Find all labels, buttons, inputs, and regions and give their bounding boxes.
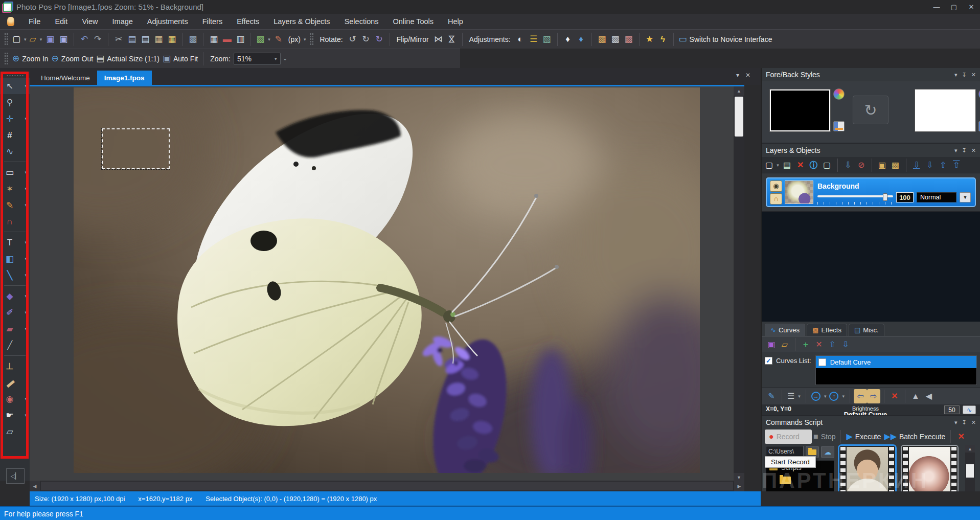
- magnet-select-tool[interactable]: ∩: [0, 213, 30, 230]
- smudge-tool[interactable]: ☛▾: [0, 407, 30, 423]
- blend-mode-select[interactable]: Normal: [917, 192, 956, 202]
- curves-list-checkbox[interactable]: ✓: [765, 357, 772, 365]
- close-button[interactable]: ✕: [963, 0, 980, 14]
- levels-icon[interactable]: ☰: [527, 32, 540, 47]
- select-tool[interactable]: ↖▾: [0, 78, 30, 94]
- switch-novice-button[interactable]: ▭Switch to Novice Interface: [677, 32, 774, 47]
- zoom-tool[interactable]: ⚲: [0, 94, 30, 110]
- opacity-value[interactable]: 100: [896, 192, 914, 202]
- layout-icon[interactable]: ▥: [234, 32, 247, 47]
- insert-image-icon-dropdown-icon[interactable]: ▾: [268, 37, 270, 42]
- actual-size-button[interactable]: ▤Actual Size (1:1): [95, 52, 161, 66]
- ruler-icon[interactable]: ▬: [220, 32, 234, 47]
- scroll-up-icon[interactable]: ▲: [965, 445, 975, 453]
- eraser-tool[interactable]: ▰▾: [0, 321, 30, 337]
- script-thumbnail-orb[interactable]: [901, 445, 959, 491]
- record-button[interactable]: ●Record: [765, 429, 812, 444]
- ungroup-layers-icon[interactable]: ▩: [889, 158, 902, 172]
- swap-colors-button[interactable]: ↻: [853, 96, 888, 124]
- panel-menu-icon[interactable]: ▾: [954, 147, 958, 154]
- measure-icon[interactable]: ✎: [272, 32, 285, 47]
- new-layer-icon-dropdown-icon[interactable]: ▾: [777, 163, 779, 168]
- text-tool-dropdown-icon[interactable]: ▾: [25, 240, 27, 245]
- horizontal-scroll-thumb[interactable]: [41, 482, 733, 490]
- add-curve-icon[interactable]: ＋: [799, 337, 812, 352]
- zoom-out-button[interactable]: ⊖Zoom Out: [50, 52, 95, 66]
- layers-list-empty-area[interactable]: [762, 211, 980, 322]
- tab-close-icon[interactable]: ✕: [745, 72, 750, 79]
- fore-gradient-icon[interactable]: [833, 121, 845, 131]
- paste-as-layer-icon[interactable]: ▢: [821, 158, 834, 172]
- move-tool[interactable]: ✛▾: [0, 110, 30, 127]
- red-eye-tool-dropdown-icon[interactable]: ▾: [25, 396, 27, 401]
- apply-forward-icon[interactable]: →▾: [810, 389, 828, 403]
- stop-button[interactable]: ■Stop: [812, 429, 837, 444]
- paste-special-icon[interactable]: ▦: [165, 32, 178, 47]
- apply-forward-icon-dropdown-icon[interactable]: ▾: [824, 394, 827, 399]
- curve-amount-value[interactable]: 50: [944, 405, 960, 414]
- delete-layer-icon[interactable]: ✕: [794, 158, 807, 172]
- node-edit-tool[interactable]: ∿: [0, 143, 30, 160]
- menu-view[interactable]: View: [75, 14, 105, 29]
- shapes-tool-dropdown-icon[interactable]: ▾: [25, 256, 27, 261]
- rotate-right-icon[interactable]: ↻: [359, 32, 373, 47]
- tab-effects[interactable]: ▩Effects: [807, 324, 847, 336]
- menu-help[interactable]: Help: [441, 14, 470, 29]
- menu-image[interactable]: Image: [105, 14, 140, 29]
- group-layers-icon[interactable]: ▣: [876, 158, 889, 172]
- new-layer-icon[interactable]: ▢▾: [764, 158, 781, 172]
- vertical-scrollbar[interactable]: ▲ ▼: [734, 86, 744, 481]
- sponge-tool[interactable]: ▱: [0, 423, 30, 440]
- move-down-icon[interactable]: ⇩: [923, 158, 937, 172]
- open-file-icon[interactable]: ▱▾: [28, 32, 44, 47]
- curve-presets-icon-dropdown-icon[interactable]: ▾: [798, 394, 801, 399]
- foreground-color-swatch[interactable]: [770, 89, 830, 131]
- duplicate-layer-icon[interactable]: ▤: [781, 158, 794, 172]
- photo-frame-icon[interactable]: ▩: [609, 32, 622, 47]
- line-tool-dropdown-icon[interactable]: ▾: [25, 273, 27, 278]
- panel-pin-icon[interactable]: ↧: [962, 147, 967, 154]
- zoom-select-dropdown-icon[interactable]: ▾: [275, 56, 277, 61]
- execute-button[interactable]: ▶Execute: [845, 429, 882, 444]
- palette-grip[interactable]: [6, 73, 24, 77]
- save-curve-icon[interactable]: ▣: [765, 337, 778, 352]
- flip-horizontal-icon[interactable]: ⋈: [432, 32, 445, 47]
- fill-tool[interactable]: ◆▾: [0, 288, 30, 304]
- rect-select-tool-dropdown-icon[interactable]: ▾: [25, 170, 27, 175]
- delete-curve-icon[interactable]: ✕: [812, 337, 826, 352]
- menu-selections[interactable]: Selections: [337, 14, 386, 29]
- unit-select[interactable]: (px)▾: [288, 35, 306, 43]
- panel-menu-icon[interactable]: ▾: [954, 72, 958, 78]
- move-top-icon[interactable]: ⇧: [950, 158, 963, 172]
- merge-layer-icon[interactable]: ⇩: [841, 158, 855, 172]
- magic-wand-tool-dropdown-icon[interactable]: ▾: [25, 186, 27, 191]
- layer-thumbnail[interactable]: [785, 180, 813, 204]
- tab-curves[interactable]: ∿Curves: [765, 324, 805, 336]
- new-file-icon[interactable]: ▢▾: [11, 32, 28, 47]
- heal-tool[interactable]: ▬: [0, 374, 30, 391]
- cut-icon[interactable]: ✂: [112, 32, 125, 47]
- panel-pin-icon[interactable]: ↧: [962, 72, 967, 78]
- scripts-scrollbar[interactable]: ▲ ▼: [965, 445, 975, 491]
- photo-enhance-icon[interactable]: ▩: [596, 32, 609, 47]
- drag-grip[interactable]: [4, 52, 8, 65]
- undo-icon[interactable]: ↶: [78, 32, 91, 47]
- minimize-button[interactable]: —: [928, 0, 945, 14]
- zoom-grip-icon[interactable]: ⌄: [283, 55, 287, 62]
- tab-home-welcome[interactable]: Home/Welcome: [34, 71, 97, 85]
- clear-script-icon[interactable]: ✕: [954, 429, 968, 444]
- eraser-tool-dropdown-icon[interactable]: ▾: [25, 326, 27, 331]
- flip-vertical-icon[interactable]: ⋈: [445, 32, 459, 47]
- invert-curve-icon[interactable]: ◀: [922, 389, 936, 403]
- photo-collage-icon[interactable]: ▩: [622, 32, 635, 47]
- rotate-free-icon[interactable]: ↻: [373, 32, 386, 47]
- save-all-icon[interactable]: ▣: [57, 32, 70, 47]
- opacity-slider-handle[interactable]: [883, 193, 887, 201]
- canvas-area[interactable]: ▲ ▼: [30, 85, 744, 481]
- clone-stamp-tool[interactable]: ⊥: [0, 358, 30, 374]
- layer-row-background[interactable]: ◉ ∩ Background 100 Normal ▼: [766, 177, 976, 207]
- opacity-slider[interactable]: [817, 193, 893, 201]
- panel-menu-icon[interactable]: ▾: [954, 419, 958, 426]
- new-file-icon-dropdown-icon[interactable]: ▾: [24, 37, 27, 42]
- line-tool[interactable]: ╲▾: [0, 267, 30, 283]
